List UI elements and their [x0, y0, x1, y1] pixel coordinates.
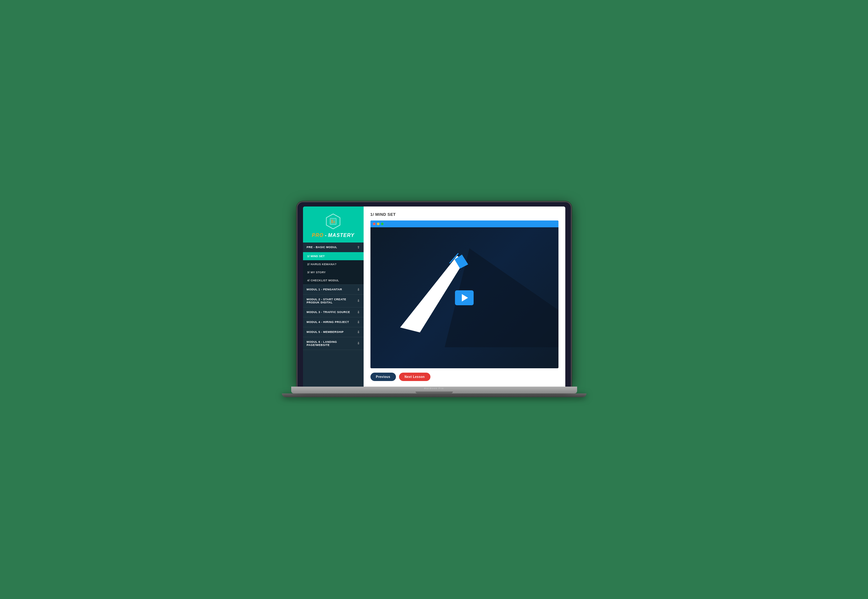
laptop-bottom-bar [282, 393, 586, 397]
menu-section-modul6: MODUL 6 - LANDING PAGE/WEBSITE ⇩ [303, 337, 364, 350]
menu-section-modul4: MODUL 4 - HIRING PROJECT ⇩ [303, 318, 364, 327]
section-header-pre-basic[interactable]: PRE - BASIC MODUL ⇧ [303, 242, 364, 252]
sidebar: PRO - MASTERY PRE - BASIC MODUL ⇧ 1/ MIN… [303, 206, 364, 387]
section-label-modul4: MODUL 4 - HIRING PROJECT [307, 321, 349, 324]
logo-title: PRO - MASTERY [312, 233, 355, 238]
logo-dash: - [325, 233, 327, 238]
svg-rect-1 [330, 218, 336, 224]
chevron-down-icon-5: ⇩ [357, 330, 360, 334]
page-title: 1/ MIND SET [370, 212, 559, 217]
sidebar-menu: PRE - BASIC MODUL ⇧ 1/ MIND SET 2/ HARUS… [303, 242, 364, 387]
section-label-modul3: MODUL 3 - TRAFFIC SOURCE [307, 310, 350, 314]
menu-item-my-story[interactable]: 3/ MY STORY [303, 268, 364, 276]
button-row: Previous Next Lesson [370, 373, 559, 381]
menu-section-modul3: MODUL 3 - TRAFFIC SOURCE ⇩ [303, 307, 364, 318]
menu-items-pre-basic: 1/ MIND SET 2/ HARUS KEMANA? 3/ MY STORY… [303, 252, 364, 284]
laptop-screen: PRO - MASTERY PRE - BASIC MODUL ⇧ 1/ MIN… [297, 202, 571, 387]
next-lesson-button[interactable]: Next Lesson [399, 373, 430, 381]
chevron-up-icon: ⇧ [357, 245, 360, 249]
laptop-base: MacBook Pro [291, 387, 577, 393]
laptop-notch [415, 391, 453, 393]
screen-content: PRO - MASTERY PRE - BASIC MODUL ⇧ 1/ MIN… [303, 206, 565, 387]
sidebar-logo: PRO - MASTERY [303, 206, 364, 242]
section-header-modul6[interactable]: MODUL 6 - LANDING PAGE/WEBSITE ⇩ [303, 337, 364, 350]
menu-item-mind-set[interactable]: 1/ MIND SET [303, 252, 364, 260]
video-container [370, 220, 559, 368]
video-titlebar [370, 220, 559, 227]
laptop-wrapper: PRO - MASTERY PRE - BASIC MODUL ⇧ 1/ MIN… [294, 202, 574, 397]
section-header-modul4[interactable]: MODUL 4 - HIRING PROJECT ⇩ [303, 318, 364, 327]
menu-section-modul1: MODUL 1 - PENGANTAR ⇩ [303, 285, 364, 295]
menu-section-pre-basic: PRE - BASIC MODUL ⇧ 1/ MIND SET 2/ HARUS… [303, 242, 364, 285]
tl-red-icon [373, 223, 376, 225]
menu-item-checklist-modul[interactable]: 4/ CHECKLIST MODUL [303, 276, 364, 284]
main-content: 1/ MIND SET [364, 206, 565, 387]
chevron-down-icon-4: ⇩ [357, 321, 360, 324]
laptop-brand-text: MacBook Pro [424, 387, 444, 390]
section-header-modul2[interactable]: MODUL 2 - START CREATE PRODUK DIGITAL ⇩ [303, 295, 364, 307]
menu-section-modul5: MODUL 5 - MEMBERSHIP ⇩ [303, 327, 364, 337]
chevron-down-icon-2: ⇩ [357, 299, 360, 303]
tl-yellow-icon [377, 223, 379, 225]
video-body [370, 227, 559, 368]
section-label-modul6: MODUL 6 - LANDING PAGE/WEBSITE [307, 340, 358, 346]
play-button[interactable] [455, 290, 474, 305]
logo-pro-text: PRO [312, 233, 324, 238]
previous-button[interactable]: Previous [370, 373, 396, 381]
section-label-modul1: MODUL 1 - PENGANTAR [307, 288, 342, 291]
logo-hex-icon [324, 212, 343, 231]
chevron-down-icon-1: ⇩ [357, 288, 360, 291]
menu-section-modul2: MODUL 2 - START CREATE PRODUK DIGITAL ⇩ [303, 295, 364, 307]
section-header-modul5[interactable]: MODUL 5 - MEMBERSHIP ⇩ [303, 327, 364, 337]
section-header-modul1[interactable]: MODUL 1 - PENGANTAR ⇩ [303, 285, 364, 294]
section-label-modul2: MODUL 2 - START CREATE PRODUK DIGITAL [307, 298, 358, 304]
chevron-down-icon-6: ⇩ [357, 342, 360, 345]
logo-mastery-text: MASTERY [328, 233, 355, 238]
tl-green-icon [381, 223, 383, 225]
svg-rect-2 [331, 220, 333, 223]
section-label-modul5: MODUL 5 - MEMBERSHIP [307, 330, 344, 334]
section-header-modul3[interactable]: MODUL 3 - TRAFFIC SOURCE ⇩ [303, 307, 364, 317]
chevron-down-icon-3: ⇩ [357, 310, 360, 314]
section-label-pre-basic: PRE - BASIC MODUL [307, 245, 338, 249]
menu-item-harus-kemana[interactable]: 2/ HARUS KEMANA? [303, 260, 364, 268]
svg-rect-3 [334, 221, 335, 223]
play-triangle-icon [462, 294, 468, 301]
